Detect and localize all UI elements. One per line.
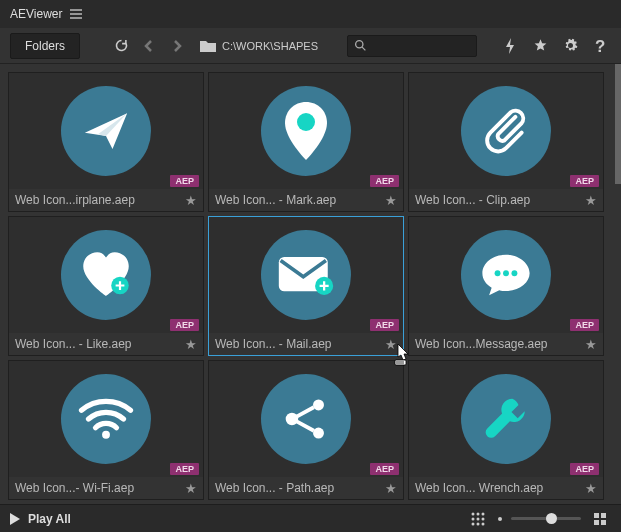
svg-point-18 [482,517,485,520]
paperclip-icon [461,86,551,176]
favorite-star-icon[interactable]: ★ [385,481,397,496]
caption-bar: Web Icon... - Clip.aep ★ [409,189,603,211]
favorite-star-icon[interactable]: ★ [385,193,397,208]
svg-rect-24 [601,513,606,518]
svg-point-0 [355,41,362,48]
svg-point-14 [477,512,480,515]
thumbnail[interactable]: AEP [209,361,403,477]
svg-point-22 [498,517,502,521]
folders-button[interactable]: Folders [10,33,80,59]
caption-bar: Web Icon... - Path.aep ★ [209,477,403,499]
svg-text:?: ? [594,37,604,55]
search-input[interactable] [347,35,477,57]
play-all-label[interactable]: Play All [28,512,71,526]
heart-plus-icon [61,230,151,320]
map-pin-icon [261,86,351,176]
item-label: Web Icon...- Wi-Fi.aep [15,481,181,495]
svg-point-21 [482,522,485,525]
refresh-icon[interactable] [110,35,132,57]
grid-squares-icon[interactable] [589,508,611,530]
filetype-badge: AEP [570,463,599,475]
gear-icon[interactable] [559,35,581,57]
favorite-star-icon[interactable]: ★ [585,337,597,352]
thumbnail[interactable]: AEP [209,217,403,333]
svg-point-11 [313,399,324,410]
svg-rect-25 [594,520,599,525]
grid-item[interactable]: AEP Web Icon... - Path.aep ★ [208,360,404,500]
chat-icon [461,230,551,320]
grid-item[interactable]: AEP Web Icon... - Like.aep ★ [8,216,204,356]
caption-bar: Web Icon... - Mark.aep ★ [209,189,403,211]
favorite-star-icon[interactable]: ★ [385,337,397,352]
grid-item[interactable]: AEP Web Icon... - Mail.aep ★ [208,216,404,356]
slider-dot-left [497,516,503,522]
filetype-badge: AEP [370,463,399,475]
thumbnail[interactable]: AEP [9,73,203,189]
caption-bar: Web Icon...- Wi-Fi.aep ★ [9,477,203,499]
svg-point-12 [313,428,324,439]
hamburger-icon[interactable] [70,9,82,19]
path-text: C:\WORK\SHAPES [222,40,318,52]
filetype-badge: AEP [170,319,199,331]
favorite-star-icon[interactable]: ★ [185,193,197,208]
grid-dots-icon[interactable] [467,508,489,530]
svg-point-17 [477,517,480,520]
thumbnail[interactable]: AEP [9,217,203,333]
favorite-star-icon[interactable]: ★ [585,193,597,208]
favorite-star-icon[interactable]: ★ [585,481,597,496]
toolbar-right-icons: ? [499,35,611,57]
zoom-slider-knob[interactable] [546,513,557,524]
thumbnail[interactable]: AEP [409,217,603,333]
scrollbar[interactable] [615,64,621,184]
svg-point-2 [297,113,315,131]
item-label: Web Icon... - Path.aep [215,481,381,495]
svg-point-9 [102,431,110,439]
thumbnail[interactable]: AEP [209,73,403,189]
back-arrow-icon[interactable] [138,35,160,57]
svg-point-8 [511,270,517,276]
mail-plus-icon [261,230,351,320]
caption-bar: Web Icon... - Mail.aep ★ [209,333,403,355]
grid-item[interactable]: AEP Web Icon...Message.aep ★ [408,216,604,356]
thumbnail-grid: AEP Web Icon...irplane.aep ★ AEP Web Ico… [8,72,613,500]
favorite-star-icon[interactable]: ★ [185,337,197,352]
thumbnail[interactable]: AEP [409,73,603,189]
favorite-star-icon[interactable]: ★ [185,481,197,496]
item-label: Web Icon... - Mark.aep [215,193,381,207]
grid-item[interactable]: AEP Web Icon... - Clip.aep ★ [408,72,604,212]
forward-arrow-icon[interactable] [166,35,188,57]
item-label: Web Icon...Message.aep [415,337,581,351]
grid-item[interactable]: AEP Web Icon... Wrench.aep ★ [408,360,604,500]
filetype-badge: AEP [370,319,399,331]
lightning-icon[interactable] [499,35,521,57]
grid-item[interactable]: AEP Web Icon...- Wi-Fi.aep ★ [8,360,204,500]
svg-point-6 [495,270,501,276]
item-label: Web Icon... Wrench.aep [415,481,581,495]
filetype-badge: AEP [570,319,599,331]
caption-bar: Web Icon...Message.aep ★ [409,333,603,355]
star-icon[interactable] [529,35,551,57]
caption-bar: Web Icon... Wrench.aep ★ [409,477,603,499]
caption-bar: Web Icon...irplane.aep ★ [9,189,203,211]
item-label: Web Icon... - Like.aep [15,337,181,351]
help-icon[interactable]: ? [589,35,611,57]
svg-point-19 [472,522,475,525]
toolbar: Folders C:\WORK\SHAPES ? [0,28,621,64]
play-icon[interactable] [10,513,20,525]
thumbnail[interactable]: AEP [409,361,603,477]
svg-point-20 [477,522,480,525]
svg-point-16 [472,517,475,520]
svg-point-15 [482,512,485,515]
filetype-badge: AEP [170,175,199,187]
thumbnail[interactable]: AEP [9,361,203,477]
paper-plane-icon [61,86,151,176]
filetype-badge: AEP [370,175,399,187]
item-label: Web Icon... - Mail.aep [215,337,381,351]
path-box[interactable]: C:\WORK\SHAPES [194,39,324,52]
svg-rect-26 [601,520,606,525]
zoom-slider[interactable] [511,517,581,520]
svg-rect-23 [594,513,599,518]
footer: Play All [0,504,621,532]
grid-item[interactable]: AEP Web Icon... - Mark.aep ★ [208,72,404,212]
grid-item[interactable]: AEP Web Icon...irplane.aep ★ [8,72,204,212]
